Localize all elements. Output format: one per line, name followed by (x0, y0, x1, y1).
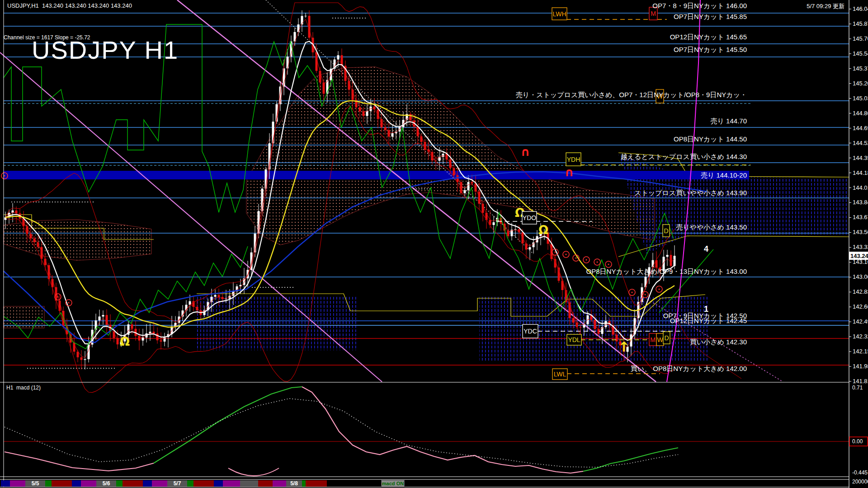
refresh-timestamp[interactable]: 5/7 09:29 更新 (807, 2, 844, 10)
pivot-box-label: M (651, 10, 656, 17)
price-tick-label: 143.000 (853, 273, 868, 280)
session-segment (116, 480, 123, 487)
macd-toggle-button[interactable]: macd ON (381, 480, 405, 487)
candle-body (287, 56, 289, 68)
candle-body (630, 334, 632, 347)
candle-body (218, 295, 220, 297)
candle-body (337, 55, 340, 59)
level-annotation: OP7・8・9日NYカット 146.00 (652, 2, 747, 9)
up-arrow-marker: ↑ (618, 339, 629, 355)
price-tick-label: 145.200 (853, 80, 868, 87)
price-tick-label: 145.030 (853, 95, 868, 102)
candle-body (616, 335, 618, 342)
candle-body (305, 16, 307, 16)
session-segment (81, 480, 96, 487)
hook-marker: ∩ (564, 165, 574, 179)
price-tick-label: 144.690 (853, 125, 868, 131)
price-tick-label: 145.540 (853, 50, 868, 57)
sell-zone-band (4, 171, 749, 179)
level-annotation: 売り 144.70 (711, 117, 747, 125)
candle-body (160, 340, 162, 342)
candle-body (323, 83, 325, 94)
omega-marker: Ω (120, 335, 130, 348)
price-tick-label: 141.815 (853, 378, 868, 385)
level-annotation: OP7日NYカット 145.85 (674, 13, 747, 20)
candle-body (102, 315, 104, 316)
pivot-box-label: YDC (524, 328, 537, 335)
candle-body (471, 182, 473, 183)
candle-body (392, 133, 394, 137)
candle-body (352, 89, 354, 100)
session-segment (273, 480, 286, 487)
entry-ring-dot (68, 302, 70, 304)
entry-ring-dot (576, 258, 577, 259)
level-annotation: 越えるとストップロス買い小さめ 144.30 (621, 153, 747, 160)
price-tick-label: 142.830 (853, 288, 868, 295)
candle-body (674, 256, 676, 266)
session-segment (52, 480, 72, 487)
session-segment (223, 480, 240, 487)
date-label: 5/7 (174, 480, 181, 487)
count-label: 4 (704, 244, 708, 253)
session-segment (240, 480, 258, 487)
macd-axis-label: 0.71 (852, 385, 863, 391)
macd-axis-label: 0.00 (852, 438, 863, 445)
candle-body (467, 182, 470, 190)
entry-ring-dot (566, 254, 567, 255)
price-tick-label: 142.150 (853, 348, 868, 355)
entry-ring-dot (57, 296, 59, 298)
session-segment (45, 480, 52, 487)
level-annotation: 売りやや小さめ 143.50 (676, 223, 747, 231)
candle-body (33, 239, 36, 242)
candle-body (670, 255, 672, 266)
price-tick-label: 144.350 (853, 155, 868, 161)
pivot-box-label: D (664, 334, 669, 342)
watermark: USDJPY H1 (32, 35, 179, 65)
price-tick-label: 144.185 (853, 169, 868, 176)
candle-body (363, 112, 365, 116)
level-annotation: OP8日NYカット大きめ/OP9・13日NYカット 143.00 (586, 267, 747, 275)
candle-body (580, 327, 582, 328)
session-segment (143, 480, 152, 487)
session-segment (10, 480, 25, 487)
hook-marker: ∩ (520, 145, 530, 159)
pivot-box-label: LWL (554, 371, 566, 378)
price-tick-label: 143.845 (853, 199, 868, 206)
candle-body (666, 255, 669, 257)
ichimoku-future-cloud (197, 296, 357, 350)
price-tick-label: 142.490 (853, 318, 868, 325)
current-price-label: 143.240 (850, 253, 868, 259)
count-label: 1 (704, 305, 708, 314)
symbol-title: USDJPY,H1 143.240 143.240 143.240 143.24… (7, 2, 132, 9)
level-annotation: ストップロス買いやや小さめ 143.90 (634, 189, 747, 197)
candle-body (142, 338, 144, 341)
date-label: 5/8 (290, 480, 298, 487)
session-segment (123, 480, 143, 487)
candle-body (319, 71, 321, 83)
omega-marker: Ω (538, 223, 548, 237)
level-annotation: 買い、 OP8日NYカット大きめ 142.00 (631, 365, 747, 372)
session-segment (193, 480, 214, 487)
level-annotation: 買い小さめ 142.30 (690, 338, 747, 346)
entry-ring-dot (597, 262, 598, 263)
trading-app-window: ΩΩΩ∩∩↑LWHMWYDHYDODYDCYDLMWDLWLOP7・8・9日NY… (0, 0, 868, 488)
candle-body (225, 299, 227, 299)
candle-body (572, 318, 575, 323)
level-annotation: OP12日NYカット 145.65 (670, 33, 747, 41)
macd-axis-label: -0.445 (852, 469, 868, 476)
session-segment (152, 480, 167, 487)
entry-ring-dot (645, 294, 646, 296)
price-tick-label: 143.675 (853, 214, 868, 221)
candle-body (189, 301, 191, 305)
pivot-box-label: YDH (567, 156, 580, 163)
candle-body (478, 192, 481, 204)
price-chart[interactable]: ΩΩΩ∩∩↑LWHMWYDHYDODYDCYDLMWDLWLOP7・8・9日NY… (0, 0, 868, 488)
price-tick-label: 145.370 (853, 65, 868, 72)
level-annotation: 売り 144.10-20 (701, 171, 747, 179)
level-annotation: OP7日NYカット 145.50 (674, 46, 747, 53)
candle-body (84, 359, 86, 360)
entry-ring-dot (659, 289, 660, 290)
candle-body (131, 324, 133, 329)
price-tick-label: 146.045 (853, 5, 868, 12)
session-segment (1, 480, 10, 487)
